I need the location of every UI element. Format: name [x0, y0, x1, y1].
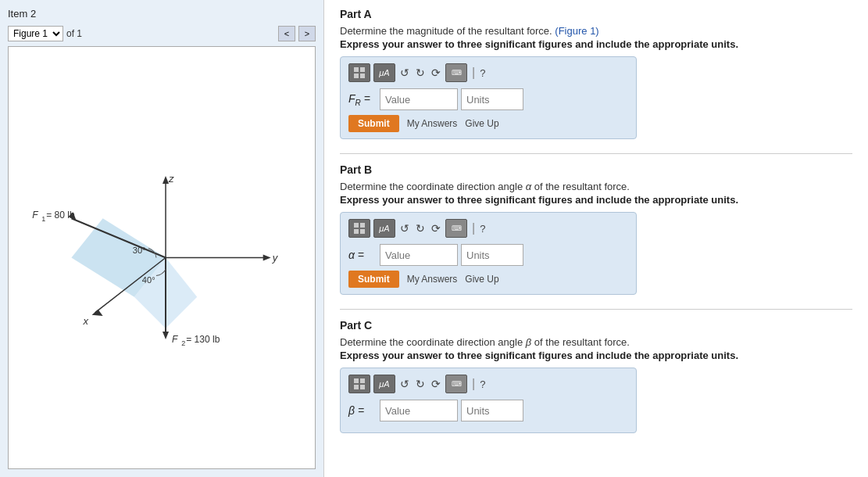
- separator-b: |: [472, 221, 475, 235]
- svg-text:= 130 lb: = 130 lb: [186, 334, 220, 345]
- part-a-eq-label: FR =: [348, 92, 377, 107]
- separator-c: |: [472, 377, 475, 391]
- svg-text:y: y: [272, 252, 279, 264]
- right-panel: Part A Determine the magnitude of the re…: [324, 0, 868, 477]
- help-button-c[interactable]: ?: [480, 378, 485, 390]
- svg-marker-17: [163, 332, 169, 339]
- figure1-link-a[interactable]: (Figure 1): [555, 25, 598, 37]
- keyboard-button-c[interactable]: ⌨: [445, 375, 467, 393]
- part-b-units-input[interactable]: [461, 244, 523, 266]
- separator-a: |: [472, 66, 475, 80]
- part-b-answer-box: μA ↺ ↻ ⟳ ⌨ | ? α = Submit My Answers Giv…: [340, 212, 637, 295]
- part-c-eq-label: β =: [348, 404, 377, 417]
- svg-text:z: z: [168, 173, 174, 185]
- help-button-a[interactable]: ?: [480, 67, 485, 79]
- keyboard-button-b[interactable]: ⌨: [445, 219, 467, 238]
- svg-text:30°: 30°: [133, 246, 146, 255]
- figure-area: z y x F 1 = 80 lb F 2: [8, 46, 316, 469]
- part-b-give-up-link[interactable]: Give Up: [465, 274, 498, 285]
- prev-button[interactable]: <: [278, 26, 295, 41]
- grid-button-a[interactable]: [348, 63, 370, 82]
- part-a-give-up-link[interactable]: Give Up: [465, 118, 498, 129]
- undo-button-a[interactable]: ↺: [398, 66, 411, 79]
- svg-text:= 80 lb: = 80 lb: [46, 210, 75, 221]
- undo-button-c[interactable]: ↺: [398, 378, 411, 390]
- part-b-my-answers-link[interactable]: My Answers: [407, 274, 458, 285]
- figure-controls: Figure 1 of 1 < >: [8, 26, 316, 41]
- svg-marker-6: [263, 254, 271, 260]
- svg-marker-9: [92, 310, 103, 316]
- svg-text:2: 2: [181, 339, 185, 347]
- part-b-desc: Determine the coordinate direction angle…: [340, 181, 852, 192]
- svg-text:x: x: [82, 315, 88, 327]
- next-button[interactable]: >: [298, 26, 316, 41]
- help-button-b[interactable]: ?: [480, 223, 485, 235]
- part-a-section: Part A Determine the magnitude of the re…: [340, 8, 852, 139]
- divider-ab: [340, 153, 852, 154]
- part-c-section: Part C Determine the coordinate directio…: [340, 319, 852, 433]
- part-a-value-input[interactable]: [380, 88, 458, 110]
- mu-button-b[interactable]: μA: [373, 219, 395, 238]
- item-label: Item 2: [8, 8, 316, 20]
- part-c-title: Part C: [340, 319, 852, 332]
- part-b-input-row: α =: [348, 244, 628, 266]
- part-a-units-input[interactable]: [461, 88, 523, 110]
- mu-button-a[interactable]: μA: [373, 63, 395, 82]
- svg-text:F: F: [32, 210, 38, 221]
- part-c-value-input[interactable]: [380, 400, 458, 421]
- part-b-submit-row: Submit My Answers Give Up: [348, 271, 628, 288]
- mu-button-c[interactable]: μA: [373, 375, 395, 393]
- part-b-section: Part B Determine the coordinate directio…: [340, 163, 852, 295]
- part-a-toolbar: μA ↺ ↻ ⟳ ⌨ | ?: [348, 63, 628, 82]
- part-c-instruction: Express your answer to three significant…: [340, 350, 852, 361]
- refresh-button-a[interactable]: ⟳: [430, 66, 442, 79]
- svg-text:40°: 40°: [142, 275, 155, 285]
- redo-button-c[interactable]: ↻: [414, 378, 427, 390]
- keyboard-button-a[interactable]: ⌨: [445, 63, 467, 82]
- grid-button-b[interactable]: [348, 219, 370, 238]
- svg-text:F: F: [172, 334, 178, 345]
- svg-marker-3: [163, 176, 169, 184]
- part-a-submit-button[interactable]: Submit: [348, 115, 399, 132]
- part-a-desc: Determine the magnitude of the resultant…: [340, 25, 852, 37]
- part-c-answer-box: μA ↺ ↻ ⟳ ⌨ | ? β =: [340, 368, 637, 433]
- part-a-submit-row: Submit My Answers Give Up: [348, 115, 628, 132]
- part-c-toolbar: μA ↺ ↻ ⟳ ⌨ | ?: [348, 375, 628, 393]
- part-b-submit-button[interactable]: Submit: [348, 271, 399, 288]
- part-b-toolbar: μA ↺ ↻ ⟳ ⌨ | ?: [348, 219, 628, 238]
- refresh-button-b[interactable]: ⟳: [430, 222, 442, 235]
- part-a-answer-box: μA ↺ ↻ ⟳ ⌨ | ? FR = Submit My Answers Gi…: [340, 56, 637, 139]
- grid-button-c[interactable]: [348, 375, 370, 393]
- undo-button-b[interactable]: ↺: [398, 222, 411, 235]
- redo-button-a[interactable]: ↻: [414, 66, 427, 79]
- refresh-button-c[interactable]: ⟳: [430, 378, 442, 390]
- part-c-units-input[interactable]: [461, 400, 523, 421]
- part-c-desc: Determine the coordinate direction angle…: [340, 336, 852, 348]
- part-c-input-row: β =: [348, 400, 628, 421]
- part-a-instruction: Express your answer to three significant…: [340, 38, 852, 50]
- left-panel: Item 2 Figure 1 of 1 < > z: [0, 0, 324, 477]
- divider-bc: [340, 309, 852, 310]
- svg-text:1: 1: [41, 215, 45, 223]
- redo-button-b[interactable]: ↻: [414, 222, 427, 235]
- part-b-eq-label: α =: [348, 249, 377, 261]
- part-b-instruction: Express your answer to three significant…: [340, 194, 852, 206]
- of-label: of 1: [66, 28, 82, 39]
- figure-diagram: z y x F 1 = 80 lb F 2: [9, 47, 315, 468]
- part-a-input-row: FR =: [348, 88, 628, 110]
- part-b-value-input[interactable]: [380, 244, 458, 266]
- figure-select[interactable]: Figure 1: [8, 26, 63, 41]
- part-a-my-answers-link[interactable]: My Answers: [407, 118, 458, 129]
- part-a-title: Part A: [340, 8, 852, 20]
- part-b-title: Part B: [340, 163, 852, 176]
